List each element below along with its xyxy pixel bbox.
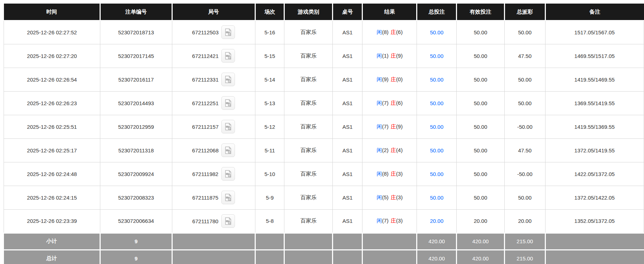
total-bet-link[interactable]: 50.00 bbox=[430, 124, 443, 130]
cell-session: 5-15 bbox=[255, 44, 284, 68]
cell-bet-id: 523072017145 bbox=[100, 44, 172, 68]
total-bet-link[interactable]: 50.00 bbox=[430, 171, 443, 177]
video-file-icon bbox=[224, 217, 232, 225]
video-replay-button[interactable] bbox=[221, 120, 235, 133]
cell-table-no: AS1 bbox=[332, 186, 362, 209]
video-replay-button[interactable] bbox=[221, 73, 235, 86]
round-number: 672111780 bbox=[192, 218, 218, 224]
cell-valid-bet: 50.00 bbox=[457, 138, 504, 162]
cell-valid-bet: 20.00 bbox=[457, 209, 504, 233]
cell-total-payout: -50.00 bbox=[504, 162, 545, 186]
table-row: 2025-12-26 02:25:17523072011318672112068… bbox=[4, 138, 644, 162]
total-bet-link[interactable]: 50.00 bbox=[430, 29, 443, 35]
cell-table-no: AS1 bbox=[332, 138, 362, 162]
cell-remark: 1372.05/1422.05 bbox=[545, 186, 644, 209]
total-bet-link[interactable]: 50.00 bbox=[430, 77, 443, 83]
subtotal-row: 小计9420.00420.00215.00 bbox=[4, 233, 644, 250]
cell-bet-id: 523072012959 bbox=[100, 115, 172, 138]
header-row: 时间注单编号局号场次游戏类别桌号结果总投注有效投注总派彩备注 bbox=[4, 4, 644, 20]
result-banker-score: (6) bbox=[396, 100, 403, 106]
cell-game-type: 百家乐 bbox=[284, 44, 332, 68]
result-player-label: 闲 bbox=[376, 29, 382, 35]
video-file-icon bbox=[224, 193, 232, 202]
cell-result: 闲(7)庄(9) bbox=[362, 115, 417, 138]
cell-session: 5-9 bbox=[255, 186, 284, 209]
col-header-total_bet: 总投注 bbox=[417, 4, 457, 20]
result-player-score: (8) bbox=[382, 29, 388, 35]
video-file-icon bbox=[224, 28, 232, 36]
cell-total-payout: 50.00 bbox=[504, 20, 545, 44]
col-header-valid_bet: 有效投注 bbox=[457, 4, 504, 20]
cell-time: 2025-12-26 02:27:20 bbox=[4, 44, 100, 68]
total-bet-link[interactable]: 50.00 bbox=[430, 100, 443, 106]
grand-total-row-empty-cell bbox=[255, 250, 284, 264]
result-player-label: 闲 bbox=[376, 53, 382, 59]
cell-valid-bet: 50.00 bbox=[457, 91, 504, 115]
cell-remark: 1422.05/1372.05 bbox=[545, 162, 644, 186]
subtotal-row-count: 9 bbox=[100, 233, 172, 250]
col-header-total_payout: 总派彩 bbox=[504, 4, 545, 20]
cell-total-payout: 50.00 bbox=[504, 91, 545, 115]
cell-total-payout: 47.50 bbox=[504, 44, 545, 68]
video-replay-button[interactable] bbox=[221, 191, 235, 204]
cell-remark: 1369.55/1419.55 bbox=[545, 91, 644, 115]
cell-game-type: 百家乐 bbox=[284, 91, 332, 115]
cell-result: 闲(7)庄(6) bbox=[362, 91, 417, 115]
cell-table-no: AS1 bbox=[332, 20, 362, 44]
cell-total-bet: 50.00 bbox=[417, 44, 457, 68]
result-player-label: 闲 bbox=[376, 194, 382, 200]
cell-game-type: 百家乐 bbox=[284, 186, 332, 209]
cell-total-bet: 50.00 bbox=[417, 68, 457, 91]
round-number: 672111982 bbox=[192, 171, 218, 177]
table-row: 2025-12-26 02:23:39523072006634672111780… bbox=[4, 209, 644, 233]
video-replay-button[interactable] bbox=[221, 143, 235, 157]
result-banker-score: (3) bbox=[396, 194, 403, 200]
video-replay-button[interactable] bbox=[221, 214, 235, 228]
video-replay-button[interactable] bbox=[221, 96, 235, 110]
total-bet-link[interactable]: 20.00 bbox=[430, 218, 443, 224]
cell-time: 2025-12-26 02:27:52 bbox=[4, 20, 100, 44]
cell-round-id: 672112331 bbox=[172, 68, 255, 91]
result-banker-score: (9) bbox=[396, 53, 403, 59]
video-replay-button[interactable] bbox=[221, 25, 235, 39]
result-player-score: (2) bbox=[382, 147, 388, 153]
cell-time: 2025-12-26 02:25:51 bbox=[4, 115, 100, 138]
cell-total-bet: 50.00 bbox=[417, 20, 457, 44]
result-banker-score: (6) bbox=[396, 29, 403, 35]
subtotal-row-empty-cell bbox=[362, 233, 417, 250]
result-banker-score: (3) bbox=[396, 171, 403, 177]
bet-records-table: 时间注单编号局号场次游戏类别桌号结果总投注有效投注总派彩备注 2025-12-2… bbox=[4, 4, 644, 264]
cell-game-type: 百家乐 bbox=[284, 115, 332, 138]
cell-game-type: 百家乐 bbox=[284, 20, 332, 44]
video-replay-button[interactable] bbox=[221, 167, 235, 181]
result-player-label: 闲 bbox=[376, 100, 382, 106]
cell-bet-id: 523072018713 bbox=[100, 20, 172, 44]
cell-game-type: 百家乐 bbox=[284, 138, 332, 162]
total-bet-link[interactable]: 50.00 bbox=[430, 147, 443, 153]
cell-bet-id: 523072011318 bbox=[100, 138, 172, 162]
cell-time: 2025-12-26 02:26:23 bbox=[4, 91, 100, 115]
subtotal-row-label: 小计 bbox=[4, 233, 100, 250]
table-row: 2025-12-26 02:26:54523072016117672112331… bbox=[4, 68, 644, 91]
cell-remark: 1419.55/1469.55 bbox=[545, 68, 644, 91]
cell-round-id: 672112503 bbox=[172, 20, 255, 44]
video-replay-button[interactable] bbox=[221, 49, 235, 63]
cell-valid-bet: 50.00 bbox=[457, 186, 504, 209]
cell-total-bet: 50.00 bbox=[417, 138, 457, 162]
subtotal-row-empty-cell bbox=[332, 233, 362, 250]
result-player-label: 闲 bbox=[376, 76, 382, 82]
result-banker-label: 庄 bbox=[391, 171, 396, 177]
cell-session: 5-13 bbox=[255, 91, 284, 115]
total-bet-link[interactable]: 50.00 bbox=[430, 195, 443, 201]
total-bet-link[interactable]: 50.00 bbox=[430, 53, 443, 59]
grand-total-row-empty-cell bbox=[284, 250, 332, 264]
cell-remark: 1372.05/1419.55 bbox=[545, 138, 644, 162]
grand-total-row-empty-cell bbox=[332, 250, 362, 264]
cell-result: 闲(9)庄(0) bbox=[362, 68, 417, 91]
cell-table-no: AS1 bbox=[332, 115, 362, 138]
round-number: 672112331 bbox=[192, 77, 218, 83]
round-number: 672112503 bbox=[192, 29, 218, 35]
cell-round-id: 672112068 bbox=[172, 138, 255, 162]
video-file-icon bbox=[224, 170, 232, 178]
cell-round-id: 672111780 bbox=[172, 209, 255, 233]
